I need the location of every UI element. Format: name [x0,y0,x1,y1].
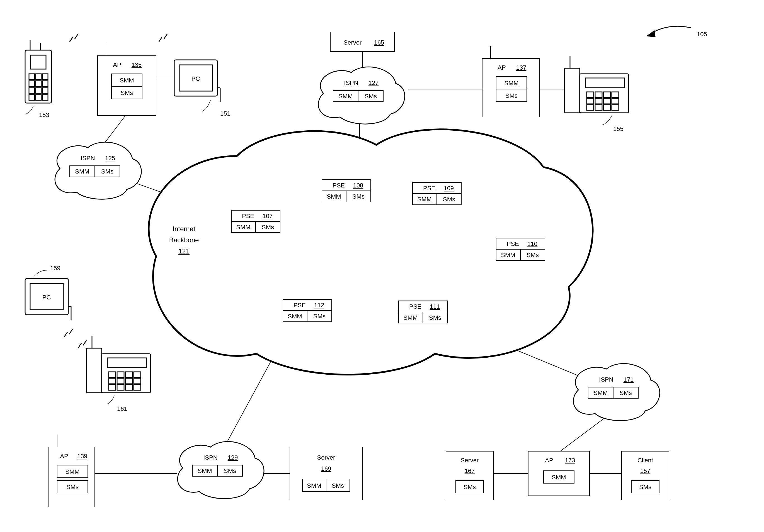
svg-rect-181 [604,98,610,104]
svg-rect-169 [42,95,48,100]
ap-139: AP 139 SMM SMs [49,435,95,507]
svg-text:SMs: SMs [352,193,365,200]
svg-text:153: 153 [39,111,49,118]
svg-text:PSE: PSE [293,302,306,309]
svg-rect-165 [36,88,41,93]
svg-text:SMs: SMs [464,483,476,490]
server-167: Server 167 SMs [446,451,493,500]
svg-rect-197 [117,378,124,384]
svg-text:SMs: SMs [313,313,325,320]
svg-text:SMM: SMM [198,467,212,474]
svg-text:SMM: SMM [119,77,134,84]
svg-rect-189 [87,348,102,393]
ispn-125: ISPN 125 SMM SMs [55,142,141,199]
desk-phone-161-icon: 161 [87,335,150,412]
svg-text:Server: Server [317,454,335,461]
svg-text:SMM: SMM [338,93,353,100]
svg-text:SMM: SMM [417,196,432,203]
svg-text:SMs: SMs [620,389,632,396]
svg-rect-177 [604,92,610,97]
mobile-phone-icon: 153 [25,40,52,118]
svg-rect-55 [399,301,447,312]
svg-text:PC: PC [42,294,51,301]
svg-rect-161 [29,81,35,86]
svg-text:PC: PC [191,75,200,82]
ispn-127: ISPN 127 SMM SMs [318,67,405,124]
svg-line-12 [560,418,605,451]
pse-108: PSE 108 SMM SMs [322,180,371,202]
svg-text:167: 167 [465,467,475,474]
svg-text:SMs: SMs [639,483,652,490]
svg-text:PSE: PSE [507,240,519,247]
svg-text:SMs: SMs [526,251,539,258]
svg-text:PSE: PSE [423,185,435,192]
svg-text:SMM: SMM [501,251,515,258]
svg-text:173: 173 [565,457,575,464]
svg-text:SMs: SMs [429,314,441,321]
svg-text:107: 107 [263,212,273,219]
svg-rect-176 [595,92,602,97]
svg-rect-182 [612,98,619,104]
svg-text:159: 159 [50,265,61,272]
svg-rect-183 [587,105,594,110]
svg-text:AP: AP [113,61,121,68]
svg-text:157: 157 [640,467,651,474]
svg-rect-184 [595,105,602,110]
svg-rect-180 [595,98,602,104]
pc-151: PC 151 [174,60,231,117]
svg-rect-196 [109,378,116,384]
svg-text:SMs: SMs [443,196,455,203]
svg-rect-48 [496,238,545,249]
svg-text:151: 151 [220,110,231,117]
svg-text:SMM: SMM [403,314,418,321]
figure-ref-text: 105 [697,31,707,38]
svg-text:SMM: SMM [287,313,302,320]
svg-rect-200 [109,385,116,390]
pse-110: PSE 110 SMM SMs [496,238,545,260]
svg-text:129: 129 [228,454,238,461]
svg-rect-168 [36,95,41,100]
svg-text:PSE: PSE [242,212,254,219]
svg-text:ISPN: ISPN [81,155,95,162]
svg-text:137: 137 [516,64,526,71]
backbone-title2: Backbone [169,236,199,244]
svg-text:SMs: SMs [121,89,133,96]
svg-text:SMM: SMM [65,468,80,475]
svg-rect-62 [283,300,332,311]
svg-text:165: 165 [374,39,384,46]
svg-rect-159 [36,74,41,79]
svg-rect-193 [117,372,124,377]
svg-rect-185 [604,105,610,110]
svg-text:125: 125 [105,155,115,162]
svg-text:SMs: SMs [365,93,377,100]
server-169: Server 169 SMM SMs [290,447,362,500]
svg-rect-202 [125,385,132,390]
svg-text:139: 139 [77,453,88,460]
svg-rect-27 [231,210,280,221]
svg-text:SMM: SMM [504,80,518,87]
svg-text:127: 127 [368,79,379,86]
svg-text:110: 110 [527,240,538,247]
svg-text:ISPN: ISPN [344,79,358,86]
svg-rect-172 [564,68,580,113]
svg-rect-41 [413,183,461,194]
svg-text:AP: AP [60,453,68,460]
pse-112: PSE 112 SMM SMs [283,300,332,322]
svg-text:SMM: SMM [307,482,321,489]
backbone-title1: Internet [173,225,195,232]
svg-rect-162 [36,81,41,86]
svg-text:Server: Server [344,39,362,46]
ap-135: AP 135 SMM SMs [97,43,156,116]
svg-rect-175 [587,92,594,97]
svg-text:169: 169 [321,465,331,472]
svg-text:AP: AP [545,457,553,464]
svg-text:PSE: PSE [332,182,345,189]
svg-text:161: 161 [117,405,127,412]
svg-text:ISPN: ISPN [203,454,217,461]
desk-phone-155-icon: 155 [564,56,629,132]
svg-text:SMM: SMM [593,389,608,396]
svg-text:SMM: SMM [236,224,250,231]
svg-rect-160 [42,74,48,79]
svg-text:155: 155 [613,125,624,132]
ispn-171: ISPN 171 SMM SMs [573,363,660,421]
